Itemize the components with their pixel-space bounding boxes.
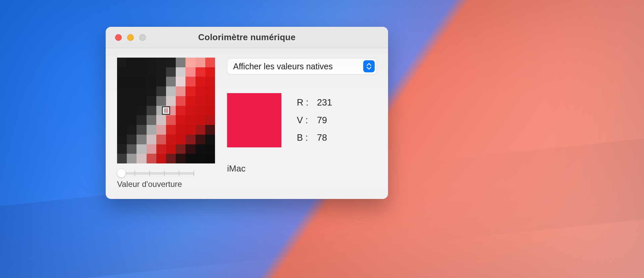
loupe-pixel	[127, 144, 137, 154]
loupe-pixel	[137, 144, 146, 154]
loupe-pixel	[176, 58, 185, 67]
loupe-pixel	[147, 96, 156, 106]
loupe-pixel	[127, 106, 137, 116]
loupe-pixel	[205, 58, 215, 67]
loupe-pixel	[176, 106, 185, 116]
loupe-pixel	[137, 115, 146, 125]
loupe-pixel	[137, 106, 146, 116]
loupe-pixel	[205, 144, 215, 154]
aperture-indicator	[163, 107, 169, 114]
window-close-button[interactable]	[115, 34, 122, 41]
b-label: B :	[297, 129, 312, 147]
b-value: 78	[317, 129, 327, 147]
loupe-pixel	[205, 67, 215, 77]
loupe-pixel	[176, 77, 185, 86]
loupe-pixel	[147, 106, 156, 116]
window-content: Valeur d'ouverture Afficher les valeurs …	[106, 48, 388, 199]
loupe-pixel	[205, 86, 215, 96]
loupe-pixel	[205, 96, 215, 106]
loupe-pixel	[185, 77, 195, 86]
loupe-pixel	[185, 58, 195, 67]
color-space-select-value: Afficher les valeurs natives	[233, 62, 333, 71]
loupe-pixel	[117, 154, 127, 163]
slider-knob[interactable]	[117, 169, 126, 178]
loupe-pixel	[166, 135, 176, 144]
loupe-pixel	[205, 106, 215, 116]
loupe-pixel	[166, 58, 176, 67]
loupe-pixel	[137, 154, 146, 163]
loupe-pixel	[176, 125, 185, 135]
g-value: 79	[317, 112, 327, 129]
loupe-pixel	[147, 115, 156, 125]
loupe-pixel	[196, 106, 205, 116]
loupe-pixel	[127, 125, 137, 135]
loupe-pixel	[156, 96, 166, 106]
window-titlebar[interactable]: Colorimètre numérique	[106, 27, 388, 48]
sampled-color-swatch	[227, 93, 281, 147]
aperture-slider-label: Valeur d'ouverture	[117, 180, 215, 189]
rgb-readout: R : 231 V : 79 B : 78	[297, 94, 332, 147]
loupe-pixel	[127, 58, 137, 67]
loupe-pixel	[127, 77, 137, 86]
loupe-pixel	[185, 96, 195, 106]
loupe-pixel	[196, 125, 205, 135]
loupe-pixel	[185, 125, 195, 135]
r-label: R :	[297, 94, 312, 112]
loupe-pixel	[127, 115, 137, 125]
loupe-pixel	[117, 58, 127, 67]
loupe-pixel	[117, 96, 127, 106]
loupe-pixel	[196, 77, 205, 86]
loupe-pixel	[166, 154, 176, 163]
color-space-select[interactable]: Afficher les valeurs natives	[227, 58, 377, 74]
loupe-pixel	[156, 86, 166, 96]
loupe-pixel	[166, 86, 176, 96]
loupe-pixel	[205, 154, 215, 163]
loupe-pixel	[137, 67, 146, 77]
color-meter-window: Colorimètre numérique Valeur d'ouvertur	[106, 27, 388, 199]
loupe-pixel	[166, 77, 176, 86]
loupe-pixel	[147, 125, 156, 135]
aperture-slider[interactable]	[117, 169, 194, 178]
loupe-pixel	[147, 154, 156, 163]
loupe-pixel	[117, 77, 127, 86]
loupe-pixel	[185, 106, 195, 116]
loupe-pixel	[127, 135, 137, 144]
loupe-pixel	[166, 67, 176, 77]
loupe-pixel	[127, 154, 137, 163]
loupe-pixel	[196, 67, 205, 77]
loupe-pixel	[196, 144, 205, 154]
loupe-pixel	[176, 86, 185, 96]
window-zoom-button[interactable]	[139, 34, 146, 41]
loupe-pixel	[176, 67, 185, 77]
loupe-pixel	[137, 86, 146, 96]
loupe-pixel	[156, 125, 166, 135]
loupe-pixel	[156, 115, 166, 125]
loupe-pixel	[156, 144, 166, 154]
loupe-pixel	[156, 67, 166, 77]
desktop-background: Colorimètre numérique Valeur d'ouvertur	[0, 0, 644, 278]
loupe-pixel	[185, 135, 195, 144]
loupe-pixel	[147, 86, 156, 96]
loupe-pixel	[117, 106, 127, 116]
loupe-pixel	[147, 144, 156, 154]
loupe-pixel	[166, 144, 176, 154]
loupe-pixel	[196, 154, 205, 163]
loupe-pixel	[156, 77, 166, 86]
loupe-pixel	[117, 125, 127, 135]
loupe-pixel	[205, 77, 215, 86]
slider-ticks	[120, 171, 194, 176]
pixel-loupe	[117, 58, 215, 163]
loupe-pixel	[156, 154, 166, 163]
loupe-pixel	[185, 154, 195, 163]
loupe-pixel	[117, 86, 127, 96]
loupe-pixel	[196, 135, 205, 144]
loupe-pixel	[185, 86, 195, 96]
g-label: V :	[297, 112, 312, 129]
loupe-pixel	[137, 96, 146, 106]
loupe-pixel	[176, 96, 185, 106]
window-minimize-button[interactable]	[127, 34, 134, 41]
loupe-pixel	[176, 135, 185, 144]
loupe-pixel	[185, 115, 195, 125]
loupe-pixel	[117, 144, 127, 154]
display-name-label: iMac	[227, 163, 377, 174]
